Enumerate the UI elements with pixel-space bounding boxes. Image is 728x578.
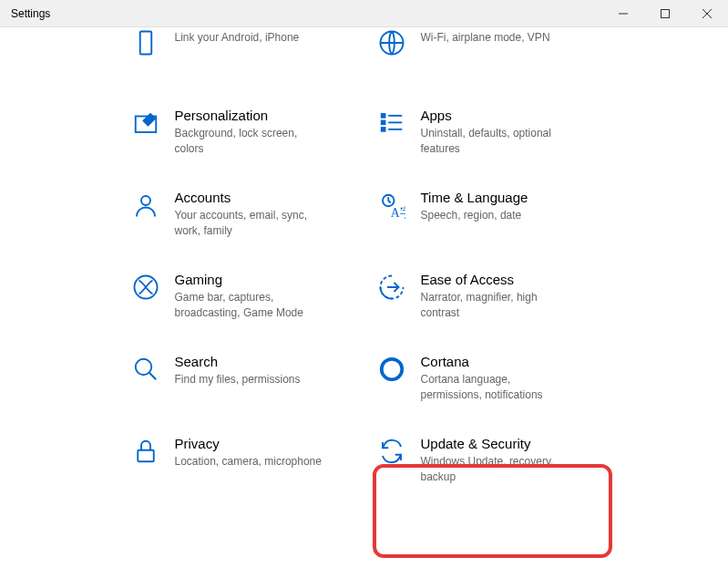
globe-icon: [374, 27, 410, 57]
person-icon: [128, 190, 164, 219]
svg-rect-7: [381, 114, 385, 118]
tile-gaming[interactable]: Gaming Game bar, captures, broadcasting,…: [118, 255, 364, 337]
search-icon: [128, 354, 164, 383]
svg-rect-1: [661, 10, 670, 18]
paintbrush-icon: [128, 108, 164, 137]
close-button[interactable]: [686, 0, 728, 27]
tile-subtitle: Background, lock screen, colors: [175, 126, 328, 157]
window-controls: [602, 0, 728, 27]
sync-icon: [374, 436, 410, 465]
lock-icon: [128, 436, 164, 465]
tile-network[interactable]: Wi-Fi, airplane mode, VPN: [364, 27, 610, 91]
minimize-button[interactable]: [602, 0, 644, 27]
clock-language-icon: A字: [374, 190, 410, 219]
svg-text:A字: A字: [390, 206, 405, 220]
tile-title: Search: [175, 354, 301, 369]
xbox-icon: [128, 272, 164, 301]
svg-rect-9: [381, 121, 385, 125]
tile-apps[interactable]: Apps Uninstall, defaults, optional featu…: [364, 91, 610, 173]
svg-point-17: [135, 359, 151, 376]
tile-title: Gaming: [175, 272, 328, 287]
tile-title: Apps: [421, 108, 574, 123]
tile-cortana[interactable]: Cortana Cortana language, permissions, n…: [364, 337, 610, 419]
tile-subtitle: Wi-Fi, airplane mode, VPN: [421, 30, 550, 46]
svg-line-18: [149, 373, 156, 380]
svg-point-19: [381, 359, 402, 380]
svg-point-13: [141, 196, 150, 205]
tile-subtitle: Windows Update, recovery, backup: [421, 454, 574, 485]
tile-title: Privacy: [175, 436, 322, 451]
window-title: Settings: [11, 7, 50, 20]
tile-title: Update & Security: [421, 436, 574, 451]
list-icon: [374, 108, 410, 137]
maximize-button[interactable]: [644, 0, 686, 27]
ease-of-access-icon: [374, 272, 410, 301]
svg-rect-20: [138, 450, 154, 462]
tile-title: Personalization: [175, 108, 328, 123]
tile-search[interactable]: Search Find my files, permissions: [118, 337, 364, 419]
tile-title: Ease of Access: [421, 272, 574, 287]
tile-title: Cortana: [421, 354, 574, 369]
tile-privacy[interactable]: Privacy Location, camera, microphone: [118, 419, 364, 501]
tile-subtitle: Link your Android, iPhone: [175, 30, 300, 46]
tile-subtitle: Find my files, permissions: [175, 372, 301, 387]
tile-title: Accounts: [175, 190, 328, 205]
tile-subtitle: Game bar, captures, broadcasting, Game M…: [175, 290, 328, 321]
tile-subtitle: Uninstall, defaults, optional features: [421, 126, 574, 157]
tile-subtitle: Location, camera, microphone: [175, 454, 322, 470]
tile-ease-of-access[interactable]: Ease of Access Narrator, magnifier, high…: [364, 255, 610, 337]
tile-subtitle: Speech, region, date: [421, 208, 528, 223]
svg-rect-11: [381, 128, 385, 131]
phone-icon: [128, 27, 164, 57]
tile-personalization[interactable]: Personalization Background, lock screen,…: [118, 91, 364, 173]
tile-update-security[interactable]: Update & Security Windows Update, recove…: [364, 419, 610, 501]
tile-title: Time & Language: [421, 190, 528, 205]
tile-accounts[interactable]: Accounts Your accounts, email, sync, wor…: [118, 173, 364, 255]
cortana-icon: [374, 354, 410, 383]
tile-time-language[interactable]: A字 Time & Language Speech, region, date: [364, 173, 610, 255]
tile-subtitle: Narrator, magnifier, high contrast: [421, 290, 574, 321]
tile-phone[interactable]: Link your Android, iPhone: [118, 27, 364, 91]
svg-rect-4: [139, 32, 151, 55]
tile-subtitle: Your accounts, email, sync, work, family: [175, 208, 328, 239]
tile-subtitle: Cortana language, permissions, notificat…: [421, 372, 574, 403]
